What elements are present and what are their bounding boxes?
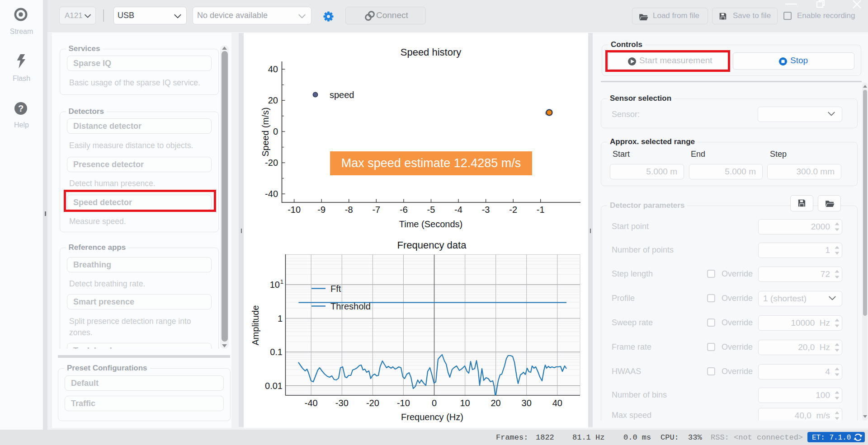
svg-text:10: 10 [270, 280, 280, 290]
svg-text:Fft: Fft [330, 284, 341, 294]
svg-text:20: 20 [268, 95, 278, 105]
svg-text:?: ? [18, 103, 24, 113]
svg-text:-1: -1 [537, 205, 545, 215]
svg-text:30: 30 [522, 398, 532, 408]
svg-text:0.1: 0.1 [270, 347, 283, 357]
svg-text:10: 10 [460, 398, 470, 408]
svg-text:0: 0 [432, 398, 437, 408]
svg-text:Speed history: Speed history [401, 47, 462, 58]
svg-text:-7: -7 [372, 205, 380, 215]
svg-text:-2: -2 [509, 205, 517, 215]
svg-text:Speed (m/s): Speed (m/s) [260, 108, 270, 157]
svg-text:-40: -40 [265, 189, 278, 199]
svg-text:40: 40 [552, 398, 562, 408]
svg-text:-10: -10 [288, 205, 301, 215]
svg-text:-8: -8 [345, 205, 353, 215]
svg-text:Frequency (Hz): Frequency (Hz) [401, 412, 463, 422]
svg-text:Threshold: Threshold [330, 301, 371, 311]
svg-text:Amplitude: Amplitude [250, 305, 260, 346]
svg-text:Time (Seconds): Time (Seconds) [399, 219, 462, 229]
svg-text:-9: -9 [317, 205, 326, 215]
svg-text:40: 40 [268, 64, 278, 74]
svg-text:Max speed estimate 12.4285 m/s: Max speed estimate 12.4285 m/s [341, 156, 521, 170]
svg-text:speed: speed [330, 90, 354, 100]
svg-text:0.01: 0.01 [265, 381, 283, 391]
svg-text:-4: -4 [454, 205, 462, 215]
svg-text:-30: -30 [335, 398, 349, 408]
svg-text:1: 1 [278, 314, 283, 323]
svg-text:-6: -6 [400, 205, 408, 215]
svg-text:-20: -20 [265, 158, 278, 168]
svg-text:-20: -20 [366, 398, 379, 408]
svg-text:-10: -10 [397, 398, 410, 408]
svg-text:Frequency data: Frequency data [397, 239, 467, 251]
svg-text:1: 1 [280, 278, 283, 285]
svg-text:0: 0 [273, 126, 278, 136]
svg-text:-40: -40 [305, 398, 318, 408]
svg-text:-3: -3 [482, 205, 490, 215]
svg-text:-5: -5 [427, 205, 435, 215]
svg-text:20: 20 [491, 398, 500, 408]
